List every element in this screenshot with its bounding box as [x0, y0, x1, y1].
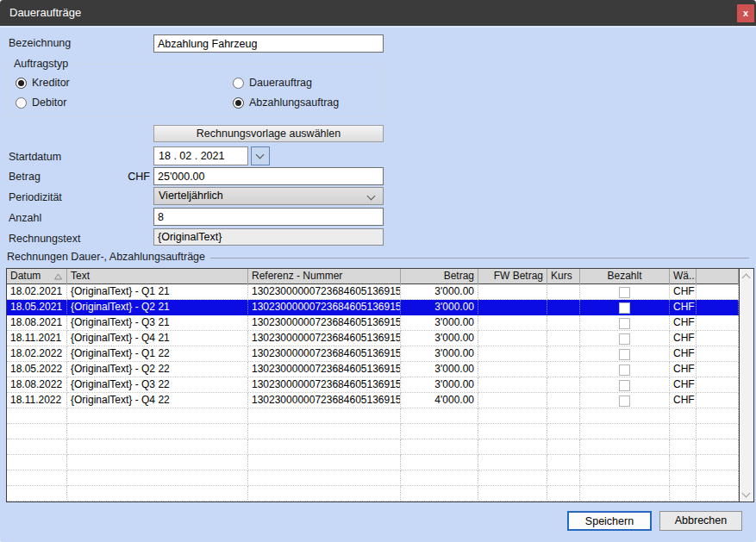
cell-bezahlt — [580, 300, 670, 315]
bezahlt-checkbox[interactable] — [619, 333, 630, 345]
cell-filler — [697, 408, 739, 424]
column-header-waehrung[interactable]: Wä... — [670, 269, 697, 284]
radio-abzahlungsauftrag[interactable]: Abzahlungsauftrag — [233, 97, 339, 109]
column-header-kurs[interactable]: Kurs — [547, 269, 580, 284]
rechnungsvorlage-button[interactable]: Rechnungsvorlage auswählen — [153, 125, 384, 142]
cell-kurs — [547, 408, 580, 424]
cell-waehrung: CHF — [670, 331, 697, 346]
periodizitaet-value: Vierteljährlich — [159, 190, 223, 202]
table-row[interactable]: 18.11.2022{OriginalText} - Q4 2213023000… — [7, 393, 739, 408]
invoices-table: DatumTextReferenz - NummerBetragFW Betra… — [6, 268, 754, 502]
cell-referenz: 130230000007236846051369150 — [248, 377, 401, 393]
column-header-text[interactable]: Text — [67, 269, 248, 284]
vertical-scrollbar[interactable] — [739, 269, 753, 502]
cell-fw_betrag — [478, 331, 547, 346]
table-row-empty — [7, 486, 739, 502]
cell-text — [67, 424, 248, 439]
startdatum-input[interactable]: 18 . 02 . 2021 — [153, 146, 248, 165]
table-row[interactable]: 18.08.2021{OriginalText} - Q3 2113023000… — [7, 315, 739, 331]
cell-filler — [697, 470, 739, 486]
cancel-button[interactable]: Abbrechen — [659, 511, 742, 531]
bezahlt-checkbox[interactable] — [619, 396, 630, 407]
cell-betrag — [401, 470, 478, 486]
window-title: Daueraufträge — [9, 0, 81, 26]
radio-icon — [16, 78, 27, 89]
cell-kurs — [547, 346, 580, 362]
cell-kurs — [547, 455, 580, 470]
rechnungstext-input — [153, 228, 384, 246]
titlebar[interactable]: Daueraufträge x — [0, 0, 756, 26]
bezahlt-checkbox[interactable] — [619, 287, 630, 298]
cell-betrag: 3'000.00 — [401, 346, 478, 362]
startdatum-dropdown-button[interactable] — [251, 146, 270, 165]
cell-datum — [7, 439, 67, 455]
cell-kurs — [547, 377, 580, 393]
scroll-up-icon[interactable] — [740, 269, 753, 283]
cell-text: {OriginalText} - Q2 22 — [67, 362, 248, 377]
cell-betrag — [401, 439, 478, 455]
cell-text: {OriginalText} - Q2 21 — [67, 300, 248, 315]
bezahlt-checkbox[interactable] — [619, 318, 630, 329]
cell-referenz: 130230000007236846051369150 — [248, 300, 401, 315]
cell-text: {OriginalText} - Q3 22 — [67, 377, 248, 393]
cell-bezahlt — [580, 362, 670, 377]
table-row[interactable]: 18.02.2021{OriginalText} - Q1 2113023000… — [7, 284, 739, 300]
table-row[interactable]: 18.08.2022{OriginalText} - Q3 2213023000… — [7, 377, 739, 393]
table-grid: DatumTextReferenz - NummerBetragFW Betra… — [7, 269, 739, 502]
cell-datum: 18.02.2022 — [7, 346, 67, 362]
radio-debitor[interactable]: Debitor — [16, 97, 66, 109]
cell-fw_betrag — [478, 300, 547, 315]
radio-kreditor[interactable]: Kreditor — [16, 77, 70, 89]
radio-dauerauftrag-label: Dauerauftrag — [249, 77, 312, 89]
column-header-bezahlt[interactable]: Bezahlt — [580, 269, 670, 284]
table-row-empty — [7, 470, 739, 486]
cell-filler — [697, 424, 739, 439]
table-row[interactable]: 18.02.2022{OriginalText} - Q1 2213023000… — [7, 346, 739, 362]
cell-waehrung: CHF — [670, 315, 697, 331]
betrag-input[interactable] — [153, 167, 384, 185]
periodizitaet-select[interactable]: Vierteljährlich — [153, 187, 384, 205]
section-title: Rechnungen Dauer-, Abzahlungsaufträge — [7, 251, 205, 263]
close-icon[interactable]: x — [737, 4, 754, 22]
column-header-fw_betrag[interactable]: FW Betrag — [478, 269, 547, 284]
cell-filler — [697, 315, 739, 331]
cell-bezahlt — [580, 346, 670, 362]
bezahlt-checkbox[interactable] — [619, 380, 630, 391]
cell-waehrung — [670, 408, 697, 424]
cell-fw_betrag — [478, 362, 547, 377]
cell-datum: 18.11.2022 — [7, 393, 67, 408]
scroll-down-icon[interactable] — [740, 487, 753, 502]
column-header-betrag[interactable]: Betrag — [401, 269, 478, 284]
cell-datum — [7, 470, 67, 486]
cell-filler — [697, 377, 739, 393]
anzahl-input[interactable] — [153, 208, 384, 226]
radio-dauerauftrag[interactable]: Dauerauftrag — [233, 77, 312, 89]
bezahlt-checkbox[interactable] — [619, 349, 630, 360]
cell-referenz — [248, 455, 401, 470]
cell-bezahlt — [580, 455, 670, 470]
betrag-label: Betrag — [9, 171, 41, 183]
cell-referenz — [248, 424, 401, 439]
column-header-filler — [697, 269, 739, 284]
cell-text — [67, 470, 248, 486]
bezeichnung-input[interactable] — [153, 34, 384, 53]
cell-referenz — [248, 439, 401, 455]
cell-betrag — [401, 408, 478, 424]
currency-label: CHF — [119, 171, 150, 183]
bezahlt-checkbox[interactable] — [619, 364, 630, 376]
radio-icon — [16, 97, 27, 109]
auftragstyp-label: Auftragstyp — [10, 58, 72, 70]
cell-waehrung: CHF — [670, 362, 697, 377]
table-row[interactable]: 18.11.2021{OriginalText} - Q4 2113023000… — [7, 331, 739, 346]
column-header-referenz[interactable]: Referenz - Nummer — [248, 269, 401, 284]
cell-waehrung: CHF — [670, 393, 697, 408]
cell-referenz: 130230000007236846051369150 — [248, 346, 401, 362]
cell-referenz: 130230000007236846051369150 — [248, 284, 401, 300]
cell-kurs — [547, 284, 580, 300]
save-button[interactable]: Speichern — [567, 511, 652, 531]
cell-text: {OriginalText} - Q1 22 — [67, 346, 248, 362]
bezahlt-checkbox[interactable] — [619, 302, 630, 314]
column-header-datum[interactable]: Datum — [7, 269, 67, 284]
table-row[interactable]: 18.05.2021{OriginalText} - Q2 2113023000… — [7, 300, 739, 315]
table-row[interactable]: 18.05.2022{OriginalText} - Q2 2213023000… — [7, 362, 739, 377]
